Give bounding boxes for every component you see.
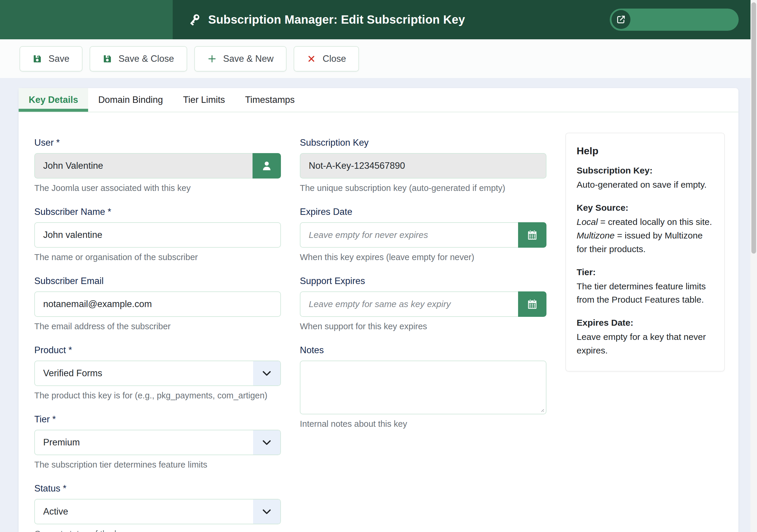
header-main: Subscription Manager: Edit Subscription …	[173, 0, 757, 39]
user-input[interactable]	[34, 153, 253, 179]
tab-key-details[interactable]: Key Details	[19, 88, 88, 112]
tab-tier-limits[interactable]: Tier Limits	[173, 88, 235, 112]
status-select-value: Active	[43, 506, 68, 517]
calendar-icon	[526, 298, 538, 310]
form-area: User * The Joomla user associated with t…	[19, 112, 738, 532]
field-tier: Tier * Premium The subscription tier det…	[34, 414, 281, 470]
notes-label: Notes	[300, 345, 546, 356]
field-notes: Notes Internal notes about this key	[300, 345, 546, 429]
tier-helper-text: The subscription tier determines feature…	[34, 460, 281, 470]
subscriber-name-helper-text: The name or organisation of the subscrib…	[34, 252, 281, 262]
form-column-left: User * The Joomla user associated with t…	[34, 137, 281, 532]
preview-site-button[interactable]	[610, 9, 739, 31]
scrollbar-thumb[interactable]	[751, 2, 756, 253]
header-left-segment	[0, 0, 173, 39]
product-helper-text: The product this key is for (e.g., pkg_p…	[34, 391, 281, 400]
tier-select-value: Premium	[43, 437, 80, 448]
external-link-icon	[612, 10, 630, 29]
floppy-icon	[103, 54, 112, 64]
product-select[interactable]: Verified Forms	[34, 361, 281, 386]
calendar-icon	[526, 229, 538, 241]
notes-textarea[interactable]	[300, 361, 546, 414]
plus-icon	[207, 54, 217, 64]
save-close-button[interactable]: Save & Close	[90, 46, 187, 72]
tab-domain-binding[interactable]: Domain Binding	[88, 88, 173, 112]
help-body: Leave empty for a key that never expires…	[577, 330, 713, 357]
scrollbar-track[interactable]	[750, 0, 757, 532]
help-section-tier: Tier: The tier determines feature limits…	[577, 267, 713, 307]
help-section-expires-date: Expires Date: Leave empty for a key that…	[577, 318, 713, 357]
user-label: User *	[34, 137, 281, 148]
product-label: Product *	[34, 345, 281, 356]
field-expires-date: Expires Date	[300, 207, 546, 262]
subscriber-name-label: Subscriber Name *	[34, 207, 281, 217]
floppy-icon	[33, 54, 42, 64]
field-support-expires: Support Expires	[300, 276, 546, 331]
help-panel: Help Subscription Key: Auto-generated on…	[565, 133, 725, 371]
close-button[interactable]: Close	[294, 46, 359, 72]
expires-date-label: Expires Date	[300, 207, 546, 217]
edit-form-card: Key Details Domain Binding Tier Limits T…	[19, 88, 738, 532]
help-heading: Key Source:	[577, 203, 713, 213]
product-select-value: Verified Forms	[43, 368, 102, 379]
header-title-wrap: Subscription Manager: Edit Subscription …	[188, 13, 465, 27]
expires-date-calendar-button[interactable]	[518, 222, 546, 248]
subscription-key-input[interactable]	[300, 153, 546, 179]
expires-date-helper-text: When this key expires (leave empty for n…	[300, 252, 546, 262]
app-header: Subscription Manager: Edit Subscription …	[0, 0, 757, 39]
save-new-button-label: Save & New	[223, 53, 274, 64]
help-heading: Subscription Key:	[577, 165, 713, 176]
help-section-subscription-key: Subscription Key: Auto-generated on save…	[577, 165, 713, 192]
subscriber-email-helper-text: The email address of the subscriber	[34, 322, 281, 331]
chevron-down-icon	[253, 361, 280, 385]
field-subscriber-email: Subscriber Email The email address of th…	[34, 276, 281, 331]
status-label: Status *	[34, 483, 281, 494]
person-icon	[261, 160, 273, 172]
help-panel-title: Help	[577, 145, 713, 157]
help-heading: Tier:	[577, 267, 713, 277]
chevron-down-icon	[253, 499, 280, 524]
status-select[interactable]: Active	[34, 499, 281, 524]
select-user-button[interactable]	[253, 153, 281, 179]
help-heading: Expires Date:	[577, 318, 713, 328]
support-expires-calendar-button[interactable]	[518, 291, 546, 317]
support-expires-label: Support Expires	[300, 276, 546, 286]
field-subscription-key: Subscription Key The unique subscription…	[300, 137, 546, 193]
support-expires-helper-text: When support for this key expires	[300, 322, 546, 331]
save-button[interactable]: Save	[19, 46, 82, 72]
save-close-button-label: Save & Close	[119, 53, 174, 64]
help-section-key-source: Key Source: Local = created locally on t…	[577, 203, 713, 256]
save-button-label: Save	[48, 53, 70, 64]
support-expires-input[interactable]	[300, 291, 518, 317]
tab-timestamps[interactable]: Timestamps	[235, 88, 305, 112]
save-new-button[interactable]: Save & New	[194, 46, 287, 72]
page-background: Key Details Domain Binding Tier Limits T…	[0, 78, 757, 532]
close-button-label: Close	[322, 53, 346, 64]
tier-select[interactable]: Premium	[34, 430, 281, 455]
subscriber-email-input[interactable]	[34, 291, 281, 317]
subscription-key-label: Subscription Key	[300, 137, 546, 148]
help-body: Local = created locally on this site.	[577, 215, 713, 229]
field-product: Product * Verified Forms The product thi…	[34, 345, 281, 400]
help-body: Auto-generated on save if empty.	[577, 178, 713, 192]
form-column-middle: Subscription Key The unique subscription…	[300, 137, 546, 532]
field-user: User * The Joomla user associated with t…	[34, 137, 281, 193]
user-helper-text: The Joomla user associated with this key	[34, 183, 281, 193]
field-subscriber-name: Subscriber Name * The name or organisati…	[34, 207, 281, 262]
status-helper-text: Current status of the key	[34, 529, 281, 532]
expires-date-input[interactable]	[300, 222, 518, 248]
key-icon	[188, 13, 201, 27]
subscriber-name-input[interactable]	[34, 222, 281, 248]
notes-helper-text: Internal notes about this key	[300, 419, 546, 429]
tab-bar: Key Details Domain Binding Tier Limits T…	[19, 88, 738, 112]
chevron-down-icon	[253, 430, 280, 455]
toolbar: Save Save & Close Save & New Close	[0, 39, 757, 78]
field-status: Status * Active Current status of the ke…	[34, 483, 281, 532]
subscriber-email-label: Subscriber Email	[34, 276, 281, 286]
help-body: Multizone = issued by Multizone for thei…	[577, 229, 713, 256]
tier-label: Tier *	[34, 414, 281, 425]
page-title: Subscription Manager: Edit Subscription …	[208, 13, 465, 26]
x-icon	[307, 54, 316, 64]
subscription-key-helper-text: The unique subscription key (auto-genera…	[300, 183, 546, 193]
help-body: The tier determines feature limits from …	[577, 280, 713, 307]
